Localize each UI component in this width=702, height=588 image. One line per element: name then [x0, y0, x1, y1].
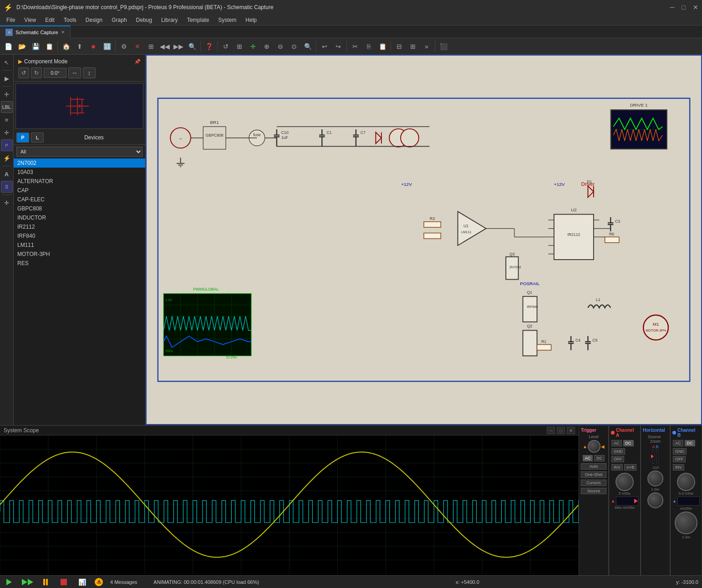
special-button[interactable]: ⬛	[437, 40, 450, 53]
ch-a-position-slider[interactable]	[616, 496, 638, 506]
new-button[interactable]: 📄	[2, 40, 15, 53]
cut-button[interactable]: ✂	[349, 40, 361, 53]
maximize-button[interactable]: □	[682, 4, 686, 11]
ch-a-ac-button[interactable]: AC	[611, 440, 622, 446]
nav-button[interactable]: 🔍	[186, 40, 198, 53]
flip-v-button[interactable]: ↕	[83, 67, 96, 78]
menu-template[interactable]: Template	[183, 16, 214, 24]
device-item-2n7002[interactable]: 2N7002	[14, 159, 145, 168]
save-button[interactable]: 💾	[29, 40, 42, 53]
horizontal-b-slider[interactable]	[656, 450, 658, 464]
arrow-left-button[interactable]: ◀◀	[158, 40, 171, 53]
ch-b-large-knob[interactable]	[675, 511, 697, 534]
device-item-10a03[interactable]: 10A03	[14, 168, 145, 177]
tab-close-button[interactable]: ✕	[61, 30, 65, 35]
play-fast-button[interactable]	[22, 577, 33, 587]
trigger-source-button[interactable]: Source	[581, 488, 606, 494]
trigger-ac-button[interactable]: AC	[583, 455, 593, 461]
ch-a-volts-knob[interactable]	[616, 473, 634, 491]
rotate-ccw-button[interactable]: ↺	[18, 67, 29, 78]
component-button[interactable]: ⚙	[117, 40, 130, 53]
wire-tool[interactable]: ≡	[1, 114, 13, 126]
close-button[interactable]: ✕	[693, 4, 698, 11]
device-item-irf840[interactable]: IRF840	[14, 231, 145, 240]
probe-tool[interactable]: ✛	[1, 197, 13, 209]
help-button[interactable]: ❓	[203, 40, 215, 53]
pause-button[interactable]	[40, 577, 51, 587]
scope-button[interactable]: 📊	[76, 577, 87, 587]
trigger-cursors-button[interactable]: Cursors	[581, 480, 606, 486]
junction-tool[interactable]: ✛	[1, 88, 13, 100]
menu-file[interactable]: File	[2, 16, 20, 24]
menu-design[interactable]: Design	[81, 16, 107, 24]
text-tool[interactable]: A	[1, 168, 13, 180]
message-count[interactable]: 4 Messages	[110, 579, 137, 585]
arrow-right-button[interactable]: ▶▶	[172, 40, 185, 53]
horizontal-zoom-knob[interactable]	[647, 492, 663, 508]
stop-button[interactable]: ■	[87, 40, 100, 53]
ch-b-position-slider[interactable]	[677, 496, 700, 506]
menu-system[interactable]: System	[214, 16, 241, 24]
library-mode-button[interactable]: L	[31, 133, 44, 143]
device-item-res[interactable]: RES	[14, 259, 145, 268]
port-tool[interactable]: P	[1, 139, 13, 151]
expand-button[interactable]: »	[420, 40, 433, 53]
scope-minimize-button[interactable]: ─	[547, 427, 555, 434]
pin-icon[interactable]: 📌	[134, 59, 141, 65]
ch-b-ac-button[interactable]: AC	[673, 440, 683, 446]
ch-b-volts-knob[interactable]	[677, 473, 695, 491]
rotate-cw-button[interactable]: ↻	[31, 67, 42, 78]
ch-a-inv-button[interactable]: INV	[611, 464, 623, 470]
rotation-input[interactable]	[44, 68, 66, 78]
menu-library[interactable]: Library	[157, 16, 183, 24]
layout-btn1[interactable]: ⊟	[393, 40, 406, 53]
ch-a-off-button[interactable]: OFF	[611, 456, 624, 462]
trigger-oneshot-button[interactable]: One-Shot	[581, 471, 606, 478]
play-button[interactable]	[4, 577, 15, 587]
home-button[interactable]: 🏠	[60, 40, 72, 53]
add-button[interactable]: ✛	[247, 40, 259, 53]
device-item-ir2112[interactable]: IR2112	[14, 222, 145, 231]
horizontal-source-knob[interactable]	[647, 470, 663, 486]
horizontal-a-slider[interactable]	[652, 450, 654, 464]
trigger-level-knob[interactable]	[588, 440, 600, 453]
bus-tool[interactable]: ✛	[1, 127, 13, 138]
scope-maximize-button[interactable]: □	[557, 427, 565, 434]
trigger-auto-button[interactable]: Auto	[581, 463, 606, 470]
layout-btn2[interactable]: ⊞	[407, 40, 419, 53]
component-tool[interactable]: ▶	[1, 72, 13, 84]
open-button[interactable]: 📂	[15, 40, 28, 53]
label-tool[interactable]: LBL	[1, 101, 13, 113]
device-item-lm111[interactable]: LM111	[14, 240, 145, 250]
filter-select[interactable]: All	[16, 147, 142, 157]
power-tool[interactable]: ⚡	[1, 152, 13, 164]
device-item-motor-3ph[interactable]: MOTOR-3PH	[14, 250, 145, 259]
device-item-gbpc808[interactable]: GBPC808	[14, 204, 145, 213]
trigger-dc-button[interactable]: DC	[594, 455, 605, 461]
menu-view[interactable]: View	[20, 16, 41, 24]
device-item-inductor[interactable]: INDUCTOR	[14, 213, 145, 222]
save-as-button[interactable]: 📋	[43, 40, 56, 53]
canvas-area[interactable]: ~ BR1 GBPC808 fuse C10 1uF	[146, 55, 702, 425]
undo-button[interactable]: ↩	[318, 40, 331, 53]
zoom-in-button[interactable]: ⊕	[260, 40, 273, 53]
ch-a-dc-button[interactable]: DC	[623, 440, 634, 446]
scope-close-button[interactable]: ✕	[567, 427, 575, 434]
zoom-fit-button[interactable]: ⊙	[288, 40, 300, 53]
menu-graph[interactable]: Graph	[107, 16, 131, 24]
counter-button[interactable]: 🔢	[101, 40, 113, 53]
script-tool[interactable]: S	[1, 181, 13, 193]
device-item-cap-elec[interactable]: CAP-ELEC	[14, 195, 145, 204]
flip-h-button[interactable]: ↔	[68, 67, 81, 78]
ch-a-gnd-button[interactable]: GND	[611, 448, 625, 455]
zoom-out-button[interactable]: ⊖	[274, 40, 287, 53]
device-item-cap[interactable]: CAP	[14, 186, 145, 195]
gate-button[interactable]: ⊞	[145, 40, 158, 53]
menu-debug[interactable]: Debug	[132, 16, 157, 24]
menu-edit[interactable]: Edit	[41, 16, 59, 24]
pick-mode-button[interactable]: P	[16, 133, 29, 143]
paste-button[interactable]: 📋	[376, 40, 389, 53]
ch-b-inv-button[interactable]: INV	[673, 464, 684, 470]
copy-button[interactable]: ⎘	[362, 40, 375, 53]
redo-button[interactable]: ↪	[332, 40, 345, 53]
